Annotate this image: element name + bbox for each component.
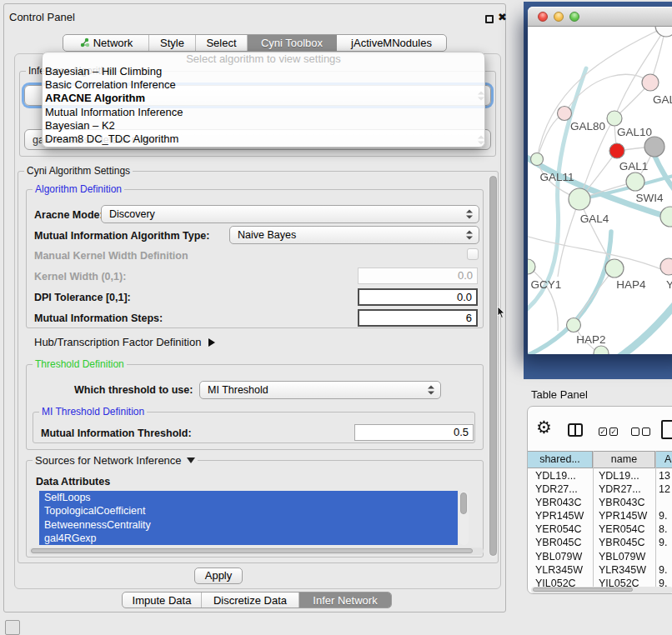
- tab-label: Style: [160, 37, 184, 49]
- data-attribute-item-selected[interactable]: SelfLoops: [39, 491, 458, 504]
- close-panel-icon[interactable]: ✖: [498, 11, 507, 23]
- tab-label: Cyni Toolbox: [261, 37, 323, 49]
- table-row[interactable]: YDL19...YDL19...13: [528, 469, 672, 482]
- table-row[interactable]: YER054CYER054C8.: [528, 522, 672, 536]
- panel-title: Control Panel: [9, 11, 75, 23]
- algorithm-option[interactable]: Dream8 DC_TDC Algorithm: [43, 132, 484, 146]
- gear-icon[interactable]: ⚙: [536, 418, 552, 436]
- network-edges-highlighted: [528, 68, 672, 354]
- dpi-tolerance-field[interactable]: 0.0: [358, 288, 478, 306]
- expander-label: Sources for Network Inference: [35, 454, 182, 467]
- network-node[interactable]: [644, 137, 664, 157]
- zoom-window-icon[interactable]: [569, 12, 579, 22]
- which-threshold-combobox[interactable]: MI Threshold: [199, 381, 441, 399]
- table-hscrollbar-thumb[interactable]: [533, 588, 633, 592]
- network-node[interactable]: [558, 107, 572, 121]
- network-node-label: GAL11: [539, 171, 574, 183]
- network-node[interactable]: [607, 111, 622, 126]
- data-attributes-list[interactable]: SelfLoopsTopologicalCoefficientBetweenne…: [39, 491, 458, 545]
- split-columns-icon[interactable]: [568, 423, 583, 437]
- control-panel: Control Panel ✖ Network Style Select: [3, 3, 506, 612]
- document-icon[interactable]: [661, 420, 672, 439]
- table-hscrollbar[interactable]: [531, 587, 672, 593]
- attributes-vscrollbar-thumb[interactable]: [460, 492, 467, 514]
- network-window-titlebar[interactable]: [528, 7, 672, 27]
- tab-jactivemnodules[interactable]: jActiveMNodules: [337, 35, 446, 51]
- network-node[interactable]: [655, 27, 672, 37]
- algorithm-option[interactable]: Basic Correlation Inference: [43, 78, 484, 92]
- network-node-label: GCY1: [531, 278, 562, 291]
- tab-label: Select: [206, 37, 236, 49]
- attributes-vscrollbar[interactable]: [459, 491, 469, 545]
- tab-network[interactable]: Network: [63, 35, 149, 51]
- select-all-columns-icon[interactable]: ✓: [609, 428, 618, 436]
- mi-type-combobox[interactable]: Naive Bayes: [229, 226, 479, 244]
- attributes-hscrollbar-thumb[interactable]: [31, 548, 473, 553]
- tab-style[interactable]: Style: [149, 35, 196, 51]
- mi-threshold-field[interactable]: 0.5: [354, 424, 474, 441]
- table-row[interactable]: YLR345WYLR345W9.: [528, 563, 672, 577]
- network-graph: GAL80GAL10GALGAL11GAL1SWI4GAL4GCY1HAP4YH…: [528, 27, 672, 354]
- network-canvas[interactable]: GAL80GAL10GALGAL11GAL1SWI4GAL4GCY1HAP4YH…: [528, 27, 672, 354]
- settings-scrollbar[interactable]: [489, 174, 498, 558]
- network-view-window: GAL80GAL10GALGAL11GAL1SWI4GAL4GCY1HAP4YH…: [528, 7, 672, 354]
- data-attribute-item-selected[interactable]: TopologicalCoefficient: [39, 504, 458, 518]
- manual-kernel-checkbox[interactable]: [467, 248, 479, 260]
- table-row[interactable]: YBR045CYBR045C9.: [528, 536, 672, 549]
- deselect-all-columns-icon[interactable]: [642, 428, 650, 436]
- float-panel-icon[interactable]: [485, 15, 494, 23]
- minimize-window-icon[interactable]: [554, 12, 564, 22]
- network-node[interactable]: [626, 172, 644, 191]
- deselect-all-columns-icon[interactable]: [631, 428, 639, 436]
- table-row[interactable]: YDR27...YDR27...12: [528, 482, 672, 496]
- column-header-shared-name[interactable]: shared...: [528, 451, 593, 468]
- algorithm-option[interactable]: Mutual Information Inference: [43, 106, 484, 119]
- network-node-label: GAL4: [580, 212, 609, 225]
- mi-type-label: Mutual Information Algorithm Type:: [34, 230, 209, 242]
- sources-expander[interactable]: Sources for Network Inference: [33, 454, 198, 467]
- network-node-label: GAL10: [617, 126, 652, 138]
- collapsed-panel-icon[interactable]: [5, 620, 20, 635]
- hub-factor-expander[interactable]: Hub/Transcription Factor Definition: [34, 336, 215, 348]
- tab-discretize-data[interactable]: Discretize Data: [202, 592, 299, 608]
- mi-threshold-label: Mutual Information Threshold:: [41, 428, 192, 439]
- column-header-name[interactable]: name: [594, 451, 655, 468]
- table-row[interactable]: YIL052CYIL052C9.: [528, 577, 672, 587]
- network-node[interactable]: [531, 153, 544, 166]
- kernel-width-field[interactable]: 0.0: [358, 268, 478, 284]
- aracne-mode-combobox[interactable]: Discovery: [101, 205, 479, 223]
- network-node[interactable]: [567, 318, 581, 332]
- tab-cyni-toolbox[interactable]: Cyni Toolbox: [248, 35, 337, 51]
- close-window-icon[interactable]: [538, 12, 548, 22]
- network-node[interactable]: [605, 259, 624, 278]
- combo-arrows-icon: [466, 210, 473, 219]
- mi-steps-label: Mutual Information Steps:: [34, 312, 163, 324]
- tab-select[interactable]: Select: [196, 35, 248, 51]
- table-row[interactable]: YBL079WYBL079W: [528, 550, 672, 563]
- network-node[interactable]: [642, 74, 659, 91]
- network-node[interactable]: [609, 143, 624, 158]
- table-row[interactable]: YPR145WYPR145W9.: [528, 509, 672, 522]
- settings-scrollbar-thumb[interactable]: [489, 176, 497, 556]
- mi-steps-field[interactable]: 6: [358, 309, 478, 327]
- group-title: MI Threshold Definition: [39, 406, 147, 418]
- network-node-label: GAL: [653, 93, 672, 106]
- tab-infer-network[interactable]: Infer Network: [299, 592, 391, 608]
- data-attribute-item-selected[interactable]: BetweennessCentrality: [39, 518, 458, 532]
- combo-arrows-icon: [428, 386, 434, 395]
- select-all-columns-icon[interactable]: ✓: [599, 428, 607, 436]
- network-node[interactable]: [594, 346, 609, 354]
- column-header-partial[interactable]: A: [656, 451, 672, 468]
- table-row[interactable]: YBR043CYBR043C: [528, 496, 672, 509]
- algorithm-option[interactable]: Bayesian – K2: [43, 119, 484, 132]
- data-attribute-item-selected[interactable]: gal4RGexp: [39, 532, 458, 545]
- algorithm-option[interactable]: ARACNE Algorithm: [43, 92, 484, 105]
- tab-impute-data[interactable]: Impute Data: [123, 592, 202, 608]
- network-node[interactable]: [660, 258, 672, 275]
- network-node[interactable]: [569, 188, 590, 210]
- apply-button[interactable]: Apply: [194, 568, 243, 584]
- network-node[interactable]: [660, 207, 672, 227]
- attributes-hscrollbar[interactable]: [29, 548, 484, 555]
- algorithm-option[interactable]: Bayesian – Hill Climbing: [43, 65, 484, 78]
- table-cell: YLR345W: [535, 563, 583, 577]
